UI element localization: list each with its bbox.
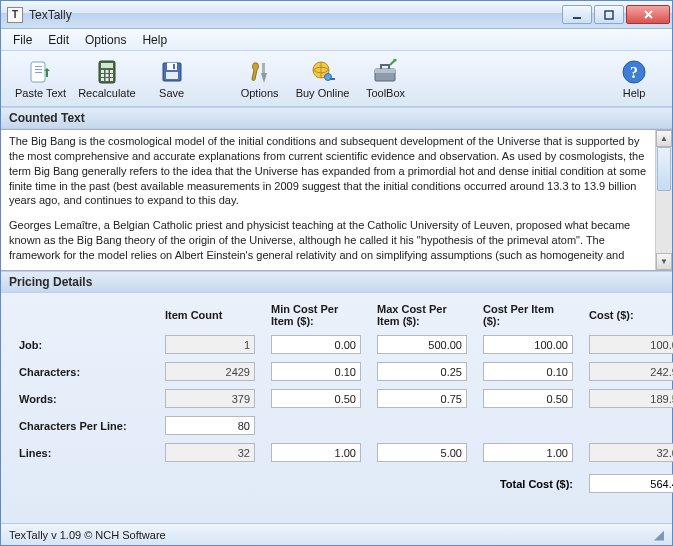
lines-count: 32 — [165, 443, 255, 462]
help-button[interactable]: ? Help — [604, 54, 664, 104]
title-bar[interactable]: T TexTally — [1, 1, 672, 29]
maximize-button[interactable] — [594, 5, 624, 24]
status-text: TexTally v 1.09 © NCH Software — [9, 529, 166, 541]
svg-rect-22 — [262, 63, 265, 73]
recalculate-label: Recalculate — [78, 87, 135, 99]
total-row: Total Cost ($): 564.40 — [19, 474, 654, 493]
buy-online-button[interactable]: Buy Online — [290, 54, 356, 104]
job-cost: 100.00 — [589, 335, 673, 354]
help-label: Help — [623, 87, 646, 99]
scroll-up-button[interactable]: ▲ — [656, 130, 672, 147]
paste-icon — [28, 59, 54, 85]
paste-text-label: Paste Text — [15, 87, 66, 99]
toolbox-button[interactable]: ToolBox — [355, 54, 415, 104]
job-per-input[interactable]: 100.00 — [483, 335, 573, 354]
menu-edit[interactable]: Edit — [40, 31, 77, 49]
svg-rect-14 — [110, 74, 113, 77]
paste-text-button[interactable]: Paste Text — [9, 54, 72, 104]
counted-text-header: Counted Text — [1, 107, 672, 129]
row-words-label: Words: — [19, 393, 149, 405]
scroll-track[interactable] — [656, 147, 672, 253]
svg-rect-9 — [101, 70, 104, 73]
svg-rect-13 — [105, 74, 108, 77]
pricing-panel: Item Count Min Cost Per Item ($): Max Co… — [1, 293, 672, 523]
pricing-grid: Item Count Min Cost Per Item ($): Max Co… — [19, 303, 654, 462]
characters-min-input[interactable]: 0.10 — [271, 362, 361, 381]
lines-cost: 32.00 — [589, 443, 673, 462]
save-button[interactable]: Save — [142, 54, 202, 104]
recalculate-button[interactable]: Recalculate — [72, 54, 141, 104]
menu-options[interactable]: Options — [77, 31, 134, 49]
pricing-details-header: Pricing Details — [1, 271, 672, 293]
scroll-thumb[interactable] — [657, 147, 671, 191]
header-item-count: Item Count — [165, 309, 255, 321]
counted-text-panel: The Big Bang is the cosmological model o… — [1, 129, 672, 271]
svg-rect-16 — [105, 78, 108, 81]
window-buttons — [560, 5, 670, 24]
lines-min-input[interactable]: 1.00 — [271, 443, 361, 462]
characters-cost: 242.90 — [589, 362, 673, 381]
svg-rect-5 — [35, 72, 42, 73]
characters-max-input[interactable]: 0.25 — [377, 362, 467, 381]
scroll-down-button[interactable]: ▼ — [656, 253, 672, 270]
svg-rect-1 — [605, 11, 613, 19]
words-min-input[interactable]: 0.50 — [271, 389, 361, 408]
words-max-input[interactable]: 0.75 — [377, 389, 467, 408]
header-max-cost: Max Cost Per Item ($): — [377, 303, 467, 327]
svg-text:?: ? — [630, 64, 638, 81]
svg-rect-27 — [375, 69, 395, 73]
characters-count: 2429 — [165, 362, 255, 381]
toolbox-icon — [372, 59, 398, 85]
cpl-input[interactable]: 80 — [165, 416, 255, 435]
options-label: Options — [241, 87, 279, 99]
svg-rect-20 — [173, 64, 175, 69]
svg-rect-0 — [573, 17, 581, 19]
text-scrollbar[interactable]: ▲ ▼ — [655, 130, 672, 270]
counted-text-para2: Georges Lemaître, a Belgian Catholic pri… — [9, 218, 647, 263]
menu-help[interactable]: Help — [134, 31, 175, 49]
close-icon — [643, 9, 654, 20]
svg-rect-6 — [46, 71, 48, 77]
maximize-icon — [604, 10, 614, 20]
words-per-input[interactable]: 0.50 — [483, 389, 573, 408]
header-cost-per-item: Cost Per Item ($): — [483, 303, 573, 327]
svg-rect-3 — [35, 66, 42, 67]
menu-bar: File Edit Options Help — [1, 29, 672, 51]
header-min-cost: Min Cost Per Item ($): — [271, 303, 361, 327]
header-cost: Cost ($): — [589, 309, 673, 321]
menu-file[interactable]: File — [5, 31, 40, 49]
status-bar: TexTally v 1.09 © NCH Software ◢ — [1, 523, 672, 545]
options-button[interactable]: Options — [230, 54, 290, 104]
main-window: T TexTally File Edit Options Help P — [0, 0, 673, 546]
globe-key-icon — [310, 59, 336, 85]
resize-grip[interactable]: ◢ — [654, 527, 664, 542]
row-lines-label: Lines: — [19, 447, 149, 459]
words-count: 379 — [165, 389, 255, 408]
job-min-input[interactable]: 0.00 — [271, 335, 361, 354]
help-icon: ? — [621, 59, 647, 85]
minimize-button[interactable] — [562, 5, 592, 24]
words-cost: 189.50 — [589, 389, 673, 408]
counted-text-para1: The Big Bang is the cosmological model o… — [9, 134, 647, 208]
job-count: 1 — [165, 335, 255, 354]
close-button[interactable] — [626, 5, 670, 24]
calculator-icon — [94, 59, 120, 85]
row-job-label: Job: — [19, 339, 149, 351]
total-cost-value[interactable]: 564.40 — [589, 474, 673, 493]
floppy-icon — [159, 59, 185, 85]
svg-rect-25 — [330, 78, 335, 80]
svg-rect-10 — [105, 70, 108, 73]
counted-text-area[interactable]: The Big Bang is the cosmological model o… — [1, 130, 655, 270]
svg-rect-8 — [101, 63, 113, 68]
svg-rect-4 — [35, 69, 42, 70]
lines-per-input[interactable]: 1.00 — [483, 443, 573, 462]
job-max-input[interactable]: 500.00 — [377, 335, 467, 354]
total-cost-label: Total Cost ($): — [483, 478, 573, 490]
app-icon: T — [7, 7, 23, 23]
characters-per-input[interactable]: 0.10 — [483, 362, 573, 381]
minimize-icon — [572, 10, 582, 20]
lines-max-input[interactable]: 5.00 — [377, 443, 467, 462]
svg-rect-11 — [110, 70, 113, 73]
toolbox-label: ToolBox — [366, 87, 405, 99]
toolbar: Paste Text Recalculate Save — [1, 51, 672, 107]
